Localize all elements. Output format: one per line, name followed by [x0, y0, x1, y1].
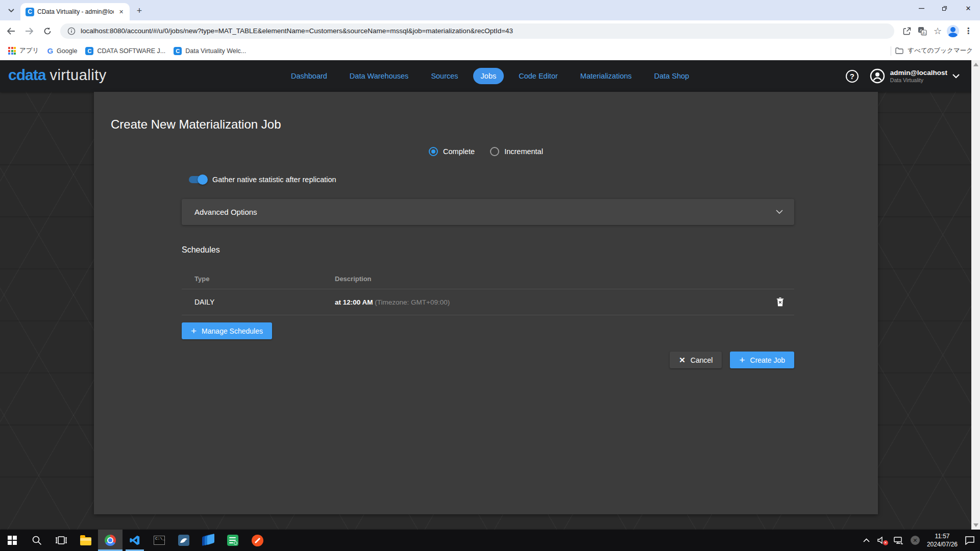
mysql-dolphin-icon [178, 535, 189, 546]
radio-incremental[interactable]: Incremental [490, 147, 543, 156]
profile-avatar-icon[interactable] [945, 23, 961, 39]
layers-app-button[interactable] [196, 530, 220, 551]
toggle-knob [198, 174, 208, 185]
nav-dashboard[interactable]: Dashboard [283, 68, 335, 84]
translate-icon[interactable]: Aあ [915, 23, 930, 39]
taskbar-clock[interactable]: 11:57 2024/07/26 [927, 532, 958, 548]
vscode-icon [129, 535, 140, 546]
chevron-down-icon [952, 74, 960, 79]
bookmark-label: Data Virtuality Welc... [185, 47, 246, 55]
web-page: cdata virtuality Dashboard Data Warehous… [0, 60, 980, 530]
pen-circle-icon [252, 535, 263, 546]
nav-code-editor[interactable]: Code Editor [511, 68, 566, 84]
all-bookmarks-label: すべてのブックマーク [908, 46, 973, 55]
schedule-type: DAILY [194, 298, 335, 306]
mute-badge-icon: ✕ [883, 540, 888, 545]
cdata-favicon-icon: C [85, 47, 93, 55]
nav-materializations[interactable]: Materializations [573, 68, 640, 84]
tab-title: CData Virtuality - admin@locall [37, 8, 114, 15]
help-icon[interactable]: ? [846, 70, 859, 83]
bookmark-google[interactable]: G Google [47, 46, 77, 55]
command-prompt-button[interactable]: C:\_ [147, 530, 172, 551]
network-icon[interactable] [893, 536, 903, 545]
task-view-icon [55, 536, 67, 545]
chrome-icon [105, 535, 116, 546]
open-in-new-icon[interactable] [899, 23, 915, 39]
file-explorer-button[interactable] [74, 530, 98, 551]
nav-data-warehouses[interactable]: Data Warehouses [342, 68, 416, 84]
new-tab-button[interactable]: + [133, 4, 146, 17]
tab-search-chevron-icon[interactable] [4, 4, 18, 18]
plus-icon: + [191, 326, 197, 336]
create-job-button[interactable]: + Create Job [730, 352, 794, 368]
reload-button[interactable] [40, 23, 55, 39]
screen: C CData Virtuality - admin@locall ✕ + ✕ … [0, 0, 980, 551]
forward-button[interactable] [21, 23, 37, 39]
radio-complete[interactable]: Complete [429, 147, 475, 156]
plus-icon: + [739, 355, 745, 365]
vscode-taskbar-button[interactable] [122, 530, 147, 551]
window-minimize-button[interactable] [910, 0, 933, 16]
bookmarks-bar: アプリ G Google C CDATA SOFTWARE J... C Dat… [0, 41, 980, 60]
tab-close-icon[interactable]: ✕ [117, 8, 126, 16]
bookmark-label: CDATA SOFTWARE J... [97, 47, 165, 55]
action-center-icon[interactable] [965, 536, 975, 545]
nav-data-shop[interactable]: Data Shop [647, 68, 697, 84]
taskbar-search-button[interactable] [24, 530, 49, 551]
orange-app-button[interactable] [245, 530, 270, 551]
url-text: localhost:8080/account/#/u/0/jobs/new?ty… [81, 27, 513, 35]
log-viewer-button[interactable] [220, 530, 245, 551]
window-controls: ✕ [910, 0, 980, 16]
task-view-button[interactable] [49, 530, 74, 551]
nav-sources[interactable]: Sources [423, 68, 465, 84]
form-actions: ✕ Cancel + Create Job [182, 352, 794, 368]
cancel-button[interactable]: ✕ Cancel [670, 352, 722, 368]
back-button[interactable] [3, 23, 18, 39]
schedule-time: at 12:00 AM [335, 298, 373, 306]
scroll-down-icon[interactable] [973, 523, 978, 527]
browser-toolbar: localhost:8080/account/#/u/0/jobs/new?ty… [0, 20, 980, 41]
bookmark-apps[interactable]: アプリ [8, 46, 39, 55]
hidden-icons-chevron-icon[interactable] [863, 538, 870, 542]
clock-date: 2024/07/26 [927, 540, 958, 548]
page-scrollbar[interactable] [971, 60, 980, 530]
start-button[interactable] [0, 530, 24, 551]
status-circle-icon[interactable]: ✕ [911, 536, 920, 545]
radio-label: Complete [443, 147, 475, 156]
search-icon [32, 535, 42, 545]
google-g-icon: G [47, 46, 53, 55]
url-bar[interactable]: localhost:8080/account/#/u/0/jobs/new?ty… [60, 23, 894, 39]
schedules-heading: Schedules [182, 245, 794, 255]
page-info-icon[interactable] [67, 27, 76, 35]
folder-icon [895, 47, 903, 54]
nav-jobs[interactable]: Jobs [473, 68, 504, 84]
advanced-options-accordion[interactable]: Advanced Options [182, 199, 794, 225]
bookmark-cdata-software[interactable]: C CDATA SOFTWARE J... [85, 47, 165, 55]
bookmark-star-icon[interactable]: ☆ [930, 23, 945, 39]
page-title: Create New Materialization Job [111, 117, 878, 132]
windows-logo-icon [8, 536, 17, 545]
manage-schedules-button[interactable]: + Manage Schedules [182, 322, 272, 339]
bookmark-data-virtuality[interactable]: C Data Virtuality Welc... [174, 47, 246, 55]
browser-tab[interactable]: C CData Virtuality - admin@locall ✕ [20, 3, 130, 20]
user-menu[interactable]: admin@localhost Data Virtuality [870, 68, 960, 84]
statistic-toggle-label: Gather native statistic after replicatio… [212, 176, 336, 184]
window-close-button[interactable]: ✕ [957, 0, 980, 16]
scroll-up-icon[interactable] [973, 63, 978, 66]
window-restore-button[interactable] [933, 0, 957, 16]
folder-icon [80, 537, 91, 545]
all-bookmarks[interactable]: すべてのブックマーク [891, 46, 973, 56]
mysql-workbench-button[interactable] [172, 530, 196, 551]
delete-schedule-button[interactable] [770, 297, 790, 307]
apps-grid-icon [8, 47, 16, 55]
volume-muted-icon[interactable]: ✕ [877, 536, 886, 544]
chrome-taskbar-button[interactable] [98, 530, 122, 551]
browser-menu-icon[interactable]: ⋮ [961, 23, 976, 39]
advanced-options-label: Advanced Options [194, 208, 257, 216]
create-job-panel: Create New Materialization Job Complete … [94, 92, 878, 514]
manage-schedules-label: Manage Schedules [202, 327, 263, 335]
user-org: Data Virtuality [890, 77, 947, 84]
statistic-toggle[interactable] [189, 176, 206, 183]
radio-unselected-icon [490, 147, 499, 156]
clock-time: 11:57 [927, 532, 958, 540]
